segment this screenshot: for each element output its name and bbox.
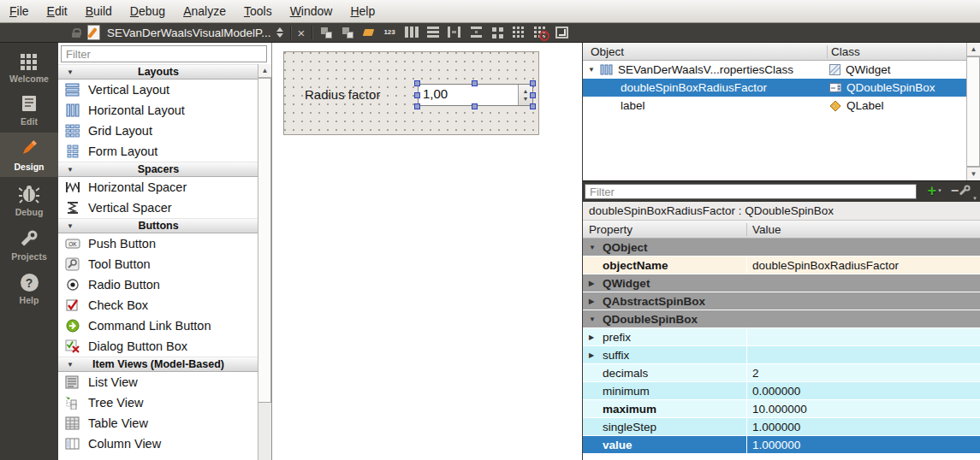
spin-down-icon[interactable]: ▼	[523, 97, 529, 102]
mode-projects[interactable]: Projects	[0, 224, 58, 262]
form-document-selector[interactable]: SEVanDerWaalsVisualModelP...	[107, 27, 283, 39]
inspector-row-label[interactable]: label QLabel	[583, 97, 966, 115]
layout-form-icon[interactable]	[490, 26, 505, 39]
edit-widgets-icon[interactable]	[319, 26, 334, 39]
layout-vertical-icon[interactable]	[427, 27, 439, 38]
property-group-qobject[interactable]: ▼QObject	[583, 239, 980, 257]
column-class[interactable]: Class	[828, 45, 860, 58]
mode-design[interactable]: Design	[0, 133, 58, 177]
menu-analyze[interactable]: Analyze	[183, 4, 226, 18]
chevron-down-icon[interactable]: ▼	[589, 316, 596, 323]
property-row-decimals[interactable]: decimals 2	[583, 364, 980, 382]
widget-item-dialog-button-box[interactable]: Dialog Button Box	[58, 336, 258, 357]
chevron-right-icon[interactable]: ▶	[589, 280, 594, 287]
selection-handle-mid-left[interactable]	[414, 92, 420, 98]
property-group-qwidget[interactable]: ▶QWidget	[583, 274, 980, 292]
lock-icon[interactable]	[72, 28, 80, 38]
selection-handle-top-right[interactable]	[530, 80, 536, 86]
configure-property-editor-button[interactable]: ▼	[958, 184, 977, 203]
layout-grid-icon[interactable]	[512, 26, 526, 39]
widget-item-form-layout[interactable]: Form Layout	[58, 141, 258, 162]
selection-handle-mid-right[interactable]	[530, 92, 536, 98]
chevron-down-icon[interactable]: ▼	[589, 244, 596, 251]
property-row-minimum[interactable]: minimum 0.000000	[583, 382, 980, 400]
property-group-qabstractspinbox[interactable]: ▶QAbstractSpinBox	[583, 292, 980, 310]
category-buttons[interactable]: ▼ Buttons	[58, 218, 258, 233]
column-value[interactable]: Value	[747, 223, 781, 236]
scroll-up-icon[interactable]: ▲	[258, 64, 271, 78]
widget-item-grid-layout[interactable]: Grid Layout	[58, 121, 258, 141]
scrollbar-thumb[interactable]	[967, 56, 980, 167]
widget-item-table-view[interactable]: Table View	[58, 413, 258, 433]
add-dynamic-property-button[interactable]: +▼	[928, 182, 942, 201]
property-filter-input[interactable]	[585, 184, 917, 199]
chevron-right-icon[interactable]: ▶	[589, 351, 594, 359]
menu-tools[interactable]: Tools	[244, 4, 272, 18]
property-row-prefix[interactable]: ▶prefix	[583, 328, 980, 346]
menu-debug[interactable]: Debug	[130, 4, 165, 18]
object-inspector-scrollbar[interactable]: ▲ ▼	[966, 43, 980, 180]
object-inspector-header[interactable]: Object Class	[583, 43, 966, 61]
widget-box-scrollbar[interactable]: ▲	[258, 64, 271, 460]
property-row-maximum[interactable]: maximum 10.000000	[583, 400, 980, 418]
chevron-right-icon[interactable]: ▶	[589, 333, 594, 341]
mode-debug[interactable]: Debug	[0, 180, 58, 217]
spin-up-icon[interactable]: ▲	[523, 89, 529, 94]
inspector-row-doublespinbox[interactable]: doubleSpinBoxRadiusFactor QDoubleSpinBox	[583, 79, 966, 97]
selection-handle-top-mid[interactable]	[472, 80, 478, 86]
property-row-suffix[interactable]: ▶suffix	[583, 346, 980, 364]
property-row-singlestep[interactable]: singleStep 1.000000	[583, 418, 980, 436]
mode-edit[interactable]: Edit	[0, 91, 58, 127]
selection-handle-bottom-left[interactable]	[414, 103, 420, 109]
property-row-value[interactable]: value 1.000000	[583, 436, 980, 454]
widget-item-radio-button[interactable]: Radio Button	[58, 274, 258, 295]
selection-handle-bottom-right[interactable]	[530, 103, 536, 109]
chevron-right-icon[interactable]: ▶	[589, 298, 594, 305]
selection-handle-bottom-mid[interactable]	[472, 103, 478, 109]
edit-signals-slots-icon[interactable]	[341, 26, 355, 39]
column-object[interactable]: Object	[583, 45, 828, 58]
menu-help[interactable]: Help	[350, 4, 375, 18]
category-layouts[interactable]: ▼ Layouts	[58, 64, 258, 80]
property-row-objectname[interactable]: objectName doubleSpinBoxRadiusFactor	[583, 257, 980, 274]
edit-tab-order-icon[interactable]: 123	[383, 26, 398, 39]
mode-help[interactable]: ? Help	[0, 268, 58, 305]
widget-item-tool-button[interactable]: Tool Button	[58, 254, 258, 274]
property-group-qdoublespinbox[interactable]: ▼QDoubleSpinBox	[583, 310, 980, 328]
close-document-icon[interactable]: ×	[298, 27, 306, 39]
selection-handle-top-left[interactable]	[414, 80, 420, 86]
adjust-size-icon[interactable]	[555, 27, 568, 38]
scroll-up-icon[interactable]: ▲	[967, 43, 980, 56]
widget-item-horizontal-layout[interactable]: Horizontal Layout	[58, 100, 258, 121]
widget-item-push-button[interactable]: OK Push Button	[58, 233, 258, 254]
inspector-row-root[interactable]: ▼ SEVanDerWaalsV...ropertiesClass QWidge…	[583, 61, 966, 79]
widget-item-check-box[interactable]: Check Box	[58, 295, 258, 316]
layout-horizontal-icon[interactable]	[405, 27, 419, 38]
combo-updown-icon[interactable]	[276, 27, 283, 38]
form-canvas[interactable]: Radius factor 1,00 ▲▼	[283, 51, 539, 135]
widget-item-list-view[interactable]: List View	[58, 372, 258, 392]
scroll-down-icon[interactable]: ▼	[967, 167, 980, 180]
splitter-horizontal-icon[interactable]	[448, 27, 460, 38]
column-property[interactable]: Property	[583, 223, 747, 236]
widget-item-tree-view[interactable]: Tree View	[58, 392, 258, 413]
edit-buddies-icon[interactable]	[362, 26, 377, 39]
scrollbar-thumb[interactable]	[258, 78, 271, 403]
widget-item-command-link-button[interactable]: Command Link Button	[58, 316, 258, 336]
widget-item-vertical-layout[interactable]: Vertical Layout	[58, 80, 258, 100]
splitter-vertical-icon[interactable]	[471, 27, 482, 38]
category-item-views[interactable]: ▼ Item Views (Model-Based)	[58, 357, 258, 372]
menu-edit[interactable]: Edit	[47, 4, 68, 18]
menu-file[interactable]: File	[9, 4, 29, 18]
form-radius-factor-label[interactable]: Radius factor	[305, 87, 380, 102]
menu-build[interactable]: Build	[86, 4, 112, 18]
property-columns-header[interactable]: Property Value	[583, 221, 980, 239]
mode-welcome[interactable]: Welcome	[0, 48, 58, 84]
widget-item-vertical-spacer[interactable]: Vertical Spacer	[58, 198, 258, 218]
break-layout-icon[interactable]	[533, 26, 548, 39]
widget-item-column-view[interactable]: Column View	[58, 433, 258, 454]
widget-item-horizontal-spacer[interactable]: Horizontal Spacer	[58, 177, 258, 198]
category-spacers[interactable]: ▼ Spacers	[58, 162, 258, 177]
widget-filter-input[interactable]	[61, 45, 267, 62]
menu-window[interactable]: Window	[290, 4, 333, 18]
